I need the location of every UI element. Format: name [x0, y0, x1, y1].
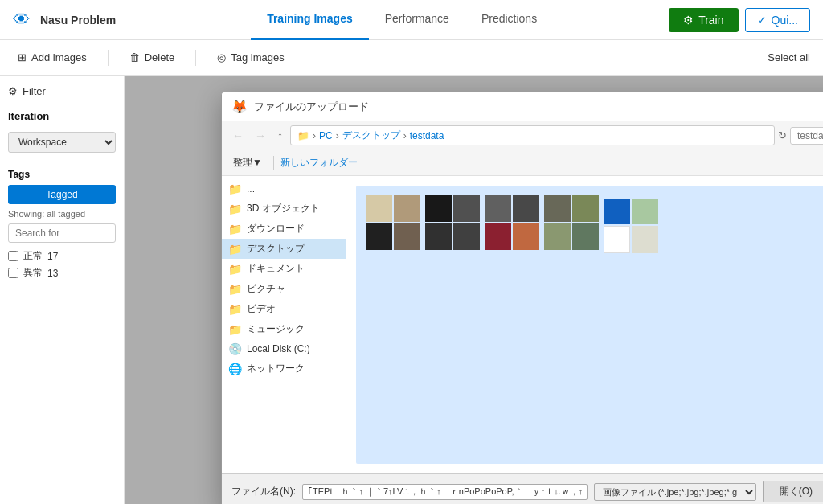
refresh-icon: ↻	[778, 129, 787, 141]
gear-icon: ⚙	[683, 14, 694, 27]
topbar: 👁 Nasu Problem Training Images Performan…	[0, 0, 823, 40]
path-folder-icon: 📁	[297, 130, 309, 141]
tag-item-normal[interactable]: 正常 17	[8, 249, 116, 263]
tag-checkbox-abnormal[interactable]	[8, 268, 18, 278]
folder-item-pictures[interactable]: 📁 ピクチャ	[222, 279, 346, 299]
nav-back-button[interactable]: ←	[228, 128, 248, 144]
tag-checkbox-normal[interactable]	[8, 251, 18, 261]
folder-icon: 📁	[228, 303, 242, 316]
path-desktop[interactable]: デスクトップ	[342, 129, 400, 142]
folder-icon: 📁	[228, 283, 242, 296]
folder-item-music[interactable]: 📁 ミュージック	[222, 319, 346, 339]
new-folder-button[interactable]: 新しいフォルダー	[280, 156, 358, 170]
main-toolbar: ⊞ Add images 🗑 Delete ◎ Tag images Selec…	[0, 40, 823, 76]
iteration-select[interactable]: Workspace	[8, 132, 116, 153]
image-thumb-5[interactable]	[604, 199, 658, 253]
tab-performance[interactable]: Performance	[369, 0, 465, 40]
iteration-label: Iteration	[8, 110, 116, 122]
file-upload-dialog: 🦊 ファイルのアップロード ✕ ← → ↑ 📁 › PC › デスクトップ › …	[221, 92, 823, 504]
tag-images-button[interactable]: ◎ Tag images	[212, 48, 289, 67]
check-icon: ✓	[757, 14, 767, 27]
folder-icon: 📁	[228, 323, 242, 336]
image-thumb-4[interactable]	[544, 195, 599, 250]
folder-item-3d[interactable]: 📁 3D オブジェクト	[222, 199, 346, 219]
tagged-button[interactable]: Tagged	[8, 185, 116, 204]
network-icon: 🌐	[228, 363, 242, 375]
dialog-actions: 開く(O) キャンセル	[763, 481, 823, 502]
image-thumb-3[interactable]	[485, 195, 539, 250]
folder-icon: 📁	[228, 263, 242, 276]
filter-button[interactable]: ⚙ Filter	[8, 85, 116, 97]
path-testdata[interactable]: testdata	[410, 130, 444, 141]
folder-icon: 📁	[228, 203, 242, 215]
folder-label: ネットワーク	[247, 362, 305, 375]
dialog-inner-toolbar: 整理▼ 新しいフォルダー ⊟ ⊞ ?	[222, 150, 823, 176]
folder-label: ドキュメント	[247, 262, 305, 276]
dialog-search-input[interactable]	[797, 130, 823, 141]
tags-title: Tags	[8, 169, 116, 180]
quick-button[interactable]: ✓ Qui...	[745, 8, 810, 32]
folder-icon: 📁	[228, 243, 242, 256]
folder-item-desktop[interactable]: 📁 デスクトップ	[222, 239, 346, 259]
dialog-title-text: ファイルのアップロード	[254, 100, 369, 114]
dialog-body: 📁 ... 📁 3D オブジェクト 📁 ダウンロード 📁 デスクトップ	[222, 176, 823, 473]
folder-tree: 📁 ... 📁 3D オブジェクト 📁 ダウンロード 📁 デスクトップ	[222, 176, 346, 473]
app-icon: 👁	[13, 10, 31, 31]
add-images-button[interactable]: ⊞ Add images	[13, 48, 92, 67]
preview-area	[356, 186, 823, 464]
tag-count-abnormal: 13	[47, 268, 58, 279]
folder-label: ...	[247, 183, 255, 195]
topbar-actions: ⚙ Train ✓ Qui...	[669, 8, 810, 32]
folder-item-videos[interactable]: 📁 ビデオ	[222, 299, 346, 319]
tag-label-abnormal: 異常	[23, 266, 43, 280]
dialog-title-left: 🦊 ファイルのアップロード	[231, 99, 369, 114]
tab-training-images[interactable]: Training Images	[251, 0, 369, 40]
dialog-bottom-bar: ファイル名(N): 画像ファイル (*.jpe;*.jpg;*.jpeg;*.g…	[222, 473, 823, 504]
folder-item-network[interactable]: 🌐 ネットワーク	[222, 359, 346, 379]
main-area: ⚙ Filter Iteration Workspace Tags Tagged…	[0, 76, 823, 504]
filetype-select[interactable]: 画像ファイル (*.jpe;*.jpg;*.jpeg;*.g	[594, 483, 756, 501]
image-thumb-2[interactable]	[425, 195, 480, 250]
tag-icon: ◎	[217, 51, 226, 64]
add-images-icon: ⊞	[18, 51, 27, 64]
showing-text: Showing: all tagged	[8, 209, 116, 219]
select-all-button[interactable]: Select all	[768, 51, 810, 64]
folder-label: ミュージック	[247, 322, 305, 336]
open-button[interactable]: 開く(O)	[763, 481, 823, 502]
toolbar-separator-2	[195, 50, 196, 66]
image-thumb-1[interactable]	[366, 195, 420, 250]
search-input[interactable]	[8, 223, 116, 243]
filter-icon: ⚙	[8, 85, 18, 97]
nav-path-bar: 📁 › PC › デスクトップ › testdata	[290, 125, 775, 145]
firefox-icon: 🦊	[231, 99, 248, 114]
folder-item-local-disk[interactable]: 💿 Local Disk (C:)	[222, 339, 346, 359]
arrange-button[interactable]: 整理▼	[228, 154, 267, 171]
delete-button[interactable]: 🗑 Delete	[125, 48, 180, 67]
delete-icon: 🗑	[129, 51, 140, 64]
folder-item-documents[interactable]: 📁 ドキュメント	[222, 259, 346, 279]
folder-label: ダウンロード	[247, 222, 305, 236]
dialog-titlebar: 🦊 ファイルのアップロード ✕	[222, 92, 823, 121]
dialog-search-bar: 🔍	[790, 127, 823, 145]
disk-icon: 💿	[228, 342, 242, 355]
folder-item-download[interactable]: 📁 ダウンロード	[222, 219, 346, 239]
folder-label: ビデオ	[247, 302, 276, 316]
toolbar-separator	[108, 50, 109, 66]
tag-item-abnormal[interactable]: 異常 13	[8, 266, 116, 280]
app-title: Nasu Problem	[40, 14, 116, 27]
nav-tabs: Training Images Performance Predictions	[145, 0, 659, 40]
dialog-toolbar-sep	[273, 156, 274, 170]
nav-forward-button[interactable]: →	[251, 128, 270, 144]
filename-label: ファイル名(N):	[231, 485, 296, 498]
folder-label: 3D オブジェクト	[247, 202, 320, 215]
dialog-navbar: ← → ↑ 📁 › PC › デスクトップ › testdata ↻ 🔍	[222, 121, 823, 150]
train-button[interactable]: ⚙ Train	[669, 8, 738, 32]
filename-input[interactable]	[302, 484, 588, 500]
folder-icon: 📁	[228, 182, 242, 195]
tab-predictions[interactable]: Predictions	[465, 0, 553, 40]
folder-item-dots[interactable]: 📁 ...	[222, 179, 346, 199]
nav-up-button[interactable]: ↑	[273, 128, 287, 144]
tag-count-normal: 17	[47, 251, 58, 262]
folder-label: Local Disk (C:)	[247, 343, 310, 354]
path-pc[interactable]: PC	[319, 130, 333, 141]
